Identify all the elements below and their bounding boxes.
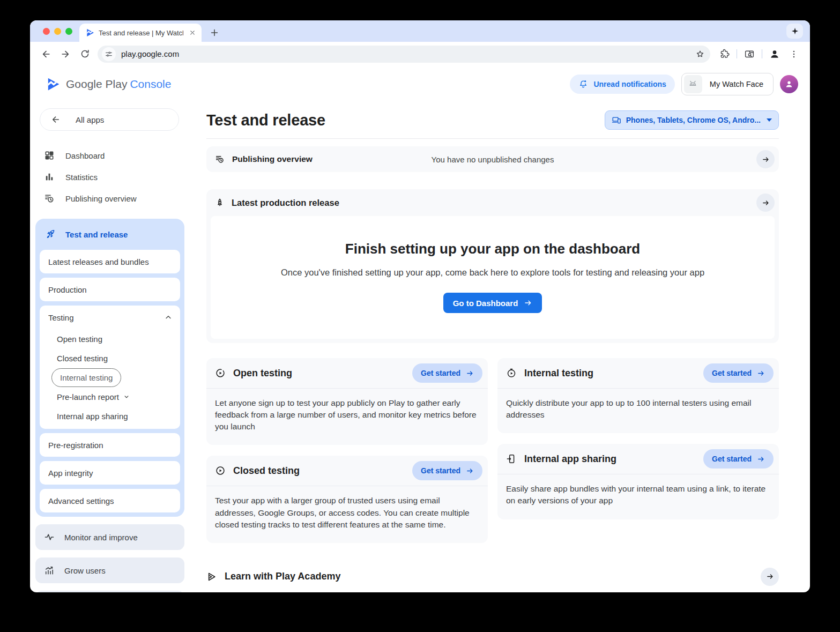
play-academy-title: Learn with Play Academy: [225, 571, 753, 582]
device-filter-dropdown[interactable]: Phones, Tablets, Chrome OS, Andro...: [605, 110, 779, 130]
monitor-and-improve-label: Monitor and improve: [64, 533, 138, 542]
publishing-overview-row[interactable]: Publishing overview You have no unpublis…: [206, 146, 779, 172]
latest-release-arrow-button[interactable]: [756, 194, 775, 212]
sidebar-item-latest-releases[interactable]: Latest releases and bundles: [40, 250, 180, 273]
play-console-logo[interactable]: Google PlayConsole: [46, 77, 171, 91]
internal-testing-card: Internal testing Get started Quickly dis…: [497, 358, 779, 433]
sidebar-item-pre-launch-report[interactable]: Pre-launch report: [40, 387, 180, 406]
get-started-label: Get started: [421, 466, 460, 475]
internal-app-sharing-title: Internal app sharing: [524, 453, 696, 465]
window-controls: [43, 28, 72, 35]
sidebar-item-partial[interactable]: [35, 591, 184, 592]
sidebar-item-internal-app-sharing[interactable]: Internal app sharing: [40, 406, 180, 426]
sidebar-item-open-testing[interactable]: Open testing: [40, 329, 180, 348]
toolbar-divider: [737, 49, 737, 58]
sidebar-item-advanced-settings[interactable]: Advanced settings: [40, 489, 180, 512]
get-started-label: Get started: [421, 369, 460, 377]
internal-app-sharing-get-started-button[interactable]: Get started: [703, 449, 774, 469]
account-avatar[interactable]: [780, 75, 798, 93]
toolbar-divider: [762, 49, 762, 58]
zoom-window-button[interactable]: [65, 28, 72, 35]
browser-toolbar: play.google.com: [30, 42, 810, 66]
test-and-release-group: Test and release Latest releases and bun…: [35, 219, 184, 517]
brand-google-play: Google Play: [66, 78, 127, 90]
browser-window: Test and release | My Watch F play.googl…: [30, 20, 810, 592]
pulse-icon: [44, 532, 55, 542]
sidebar-item-internal-testing[interactable]: Internal testing: [40, 368, 180, 387]
browser-menu-icon[interactable]: [784, 45, 804, 63]
grow-users-label: Grow users: [64, 566, 106, 575]
back-icon[interactable]: [36, 45, 56, 63]
sidebar-item-publishing-overview[interactable]: Publishing overview: [30, 188, 187, 209]
internal-testing-get-started-button[interactable]: Get started: [703, 363, 774, 383]
close-window-button[interactable]: [43, 28, 50, 35]
release-heading: Finish setting up your app on the dashbo…: [243, 241, 742, 257]
play-console-logo-icon: [46, 77, 60, 91]
sidebar-item-label: Dashboard: [65, 151, 105, 160]
tab-title: Test and release | My Watch F: [99, 29, 183, 37]
tab-search-icon[interactable]: [740, 45, 759, 63]
sidebar-item-test-and-release[interactable]: Test and release: [40, 223, 180, 246]
sidebar-item-dashboard[interactable]: Dashboard: [30, 145, 187, 166]
bar-chart-icon: [44, 172, 55, 182]
minimize-window-button[interactable]: [54, 28, 61, 35]
closed-testing-get-started-button[interactable]: Get started: [412, 461, 482, 480]
get-started-label: Get started: [712, 455, 752, 463]
current-app-name: My Watch Face: [702, 80, 771, 88]
main-content: Test and release Phones, Tablets, Chrome…: [187, 102, 810, 592]
growth-chart-icon: [44, 565, 55, 576]
site-settings-icon[interactable]: [102, 47, 116, 61]
sidebar-item-testing[interactable]: Testing: [40, 306, 180, 329]
tab-close-icon[interactable]: [188, 28, 197, 38]
sidebar-item-pre-registration[interactable]: Pre-registration: [40, 433, 180, 457]
sidebar-item-statistics[interactable]: Statistics: [30, 166, 187, 188]
all-apps-button[interactable]: All apps: [40, 108, 179, 131]
brand-console: Console: [130, 78, 171, 90]
play-console-favicon: [86, 28, 94, 37]
publishing-overview-arrow-button[interactable]: [756, 150, 775, 168]
phone-share-icon: [506, 453, 517, 464]
sidebar-item-grow-users[interactable]: Grow users: [35, 557, 184, 583]
app-selector[interactable]: My Watch Face: [681, 73, 774, 95]
sidebar: All apps Dashboard Statistics: [30, 102, 187, 592]
app-integrity-label: App integrity: [48, 469, 93, 478]
new-tab-button[interactable]: [209, 27, 220, 38]
sidebar-item-closed-testing[interactable]: Closed testing: [40, 348, 180, 368]
release-description: Once you've finished setting up your app…: [243, 267, 742, 278]
tab-strip: Test and release | My Watch F: [30, 20, 810, 42]
internal-testing-title: Internal testing: [524, 368, 696, 379]
go-to-dashboard-button[interactable]: Go to Dashboard: [443, 293, 542, 313]
android-icon: [684, 75, 702, 93]
sparkle-icon[interactable]: [786, 24, 803, 39]
sidebar-item-app-integrity[interactable]: App integrity: [40, 461, 180, 485]
play-circle-icon: [215, 465, 226, 476]
reload-icon[interactable]: [75, 45, 94, 63]
forward-icon[interactable]: [56, 45, 75, 63]
open-testing-label: Open testing: [57, 334, 102, 344]
url-bar[interactable]: play.google.com: [98, 46, 710, 63]
sidebar-item-production[interactable]: Production: [40, 278, 180, 301]
profile-icon[interactable]: [765, 45, 784, 63]
play-circle-icon: [215, 368, 226, 378]
open-testing-card: Open testing Get started Let anyone sign…: [206, 358, 488, 445]
unread-notifications-button[interactable]: Unread notifications: [570, 75, 674, 94]
rocket-icon: [215, 198, 225, 207]
bookmark-star-icon[interactable]: [692, 47, 708, 62]
play-academy-arrow-button[interactable]: [761, 568, 779, 586]
pre-launch-report-label: Pre-launch report: [57, 392, 119, 401]
closed-testing-title: Closed testing: [233, 465, 405, 477]
title-divider: [206, 138, 779, 139]
extensions-icon[interactable]: [715, 45, 734, 63]
pre-registration-label: Pre-registration: [48, 441, 103, 450]
get-started-label: Get started: [712, 369, 752, 377]
internal-app-sharing-label: Internal app sharing: [57, 412, 128, 421]
open-testing-get-started-button[interactable]: Get started: [412, 363, 482, 383]
internal-app-sharing-card: Internal app sharing Get started Easily …: [497, 444, 779, 519]
arrow-right-icon: [466, 467, 474, 475]
browser-tab[interactable]: Test and release | My Watch F: [79, 24, 202, 42]
internal-app-sharing-description: Easily share app bundles with your inter…: [497, 474, 779, 519]
sidebar-item-monitor-and-improve[interactable]: Monitor and improve: [35, 524, 184, 550]
devices-icon: [612, 115, 621, 125]
rocket-icon: [45, 229, 56, 240]
sidebar-nav: Dashboard Statistics Publishing overview: [30, 145, 187, 209]
